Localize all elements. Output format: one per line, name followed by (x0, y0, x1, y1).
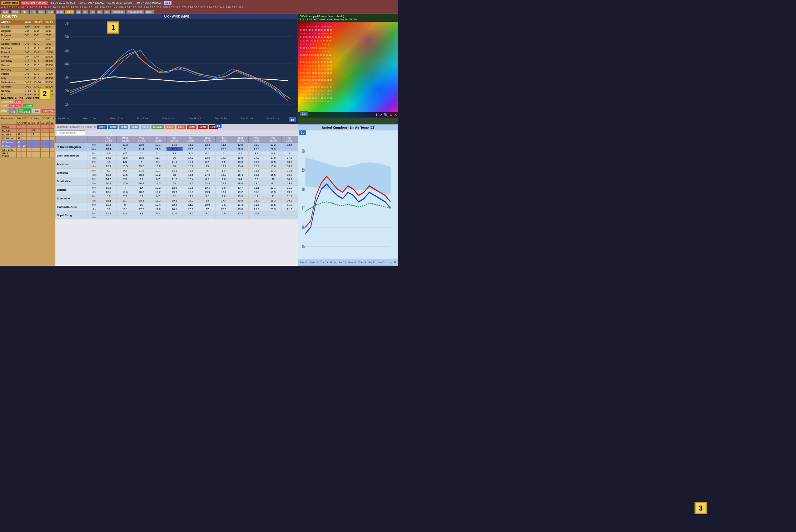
model-row-gfsplume[interactable]: GF S Plume (1, 152, 54, 158)
svg-text:18: 18 (302, 187, 305, 192)
model-val (16, 148, 21, 152)
date1[interactable]: 11-07-2017 00:00Z (49, 1, 76, 5)
minmax: Max (88, 207, 100, 212)
left-panel: POWER AREAS XMIN XMAX YMAX Austriaautoau… (0, 14, 55, 266)
table-row[interactable]: CroatiaD-1D-13000 (0, 38, 55, 42)
table-row[interactable]: Loch Glasarnoch Min 7.94.76.67.19.98.36.… (56, 151, 298, 156)
table-row[interactable]: FranceD+4D+420000 (0, 55, 55, 59)
model-row-eceps[interactable]: EC EPS ✗ ✗ (1, 133, 54, 136)
table-row[interactable]: Max 19.518.518.519.21816.517.516.915.415… (56, 173, 298, 177)
badge-le5c[interactable]: <=5C (119, 125, 128, 129)
data-cell: 22.3 (215, 147, 232, 151)
table-row[interactable]: Carlisle Min 10.678.410.212.512.510.18.8… (56, 186, 298, 190)
table-row[interactable]: Linton-On-Ouse Min 11.591012.412.615.710… (56, 203, 298, 207)
areas-scroll[interactable]: AREAS XMIN XMAX YMAX Austriaautoautoauto… (0, 20, 55, 95)
table-row[interactable]: Max 16.115.916.717.31817.713.817.718.619… (56, 182, 298, 186)
minmax: Max (88, 182, 100, 186)
loc-name: Carlisle (56, 186, 88, 194)
svg-text:22 21 19 18 19 20 21 22 23 24 : 22 21 19 18 19 20 21 22 23 24 25 (300, 86, 333, 88)
table-row[interactable]: IrelandD+8D+840000 (0, 72, 55, 76)
svg-text:13 12 10 9 10 11 12 13 14 15 1: 13 12 10 9 10 11 12 13 14 15 16 (300, 54, 331, 56)
map-close-icon[interactable]: ✕ (394, 113, 397, 117)
table-row[interactable]: NetherlandsD+10D+1050000 (0, 80, 55, 85)
badge-highred: High Red (9, 104, 21, 107)
date-fri21: Fri21/Jul (265, 136, 281, 143)
model-val (40, 148, 45, 152)
table-row[interactable]: Czech RepublicD+0D+04000 (0, 42, 55, 46)
table-row[interactable]: Max 1818.117.517.620.120.81720.619.821.3… (56, 207, 298, 212)
model-row-ecplume[interactable]: EC Plume ✗ (1, 136, 54, 140)
temp-chart-settings-icon[interactable]: ⚙ (394, 261, 396, 264)
badge-le9c[interactable]: <=9C (97, 125, 106, 129)
model-name: EURoX (1, 144, 17, 148)
table-row[interactable]: ItalyD+9D+945000 (0, 76, 55, 80)
annotation-2: 2 (39, 88, 51, 100)
model-row-gfsens[interactable]: GFS ENS (1, 148, 54, 152)
model-row-eurox[interactable]: EURoX ☑ ☑ (1, 144, 54, 148)
badge-le3c[interactable]: <=3C (130, 125, 139, 129)
element-solar[interactable]: Solar High Red Climate (1, 104, 54, 107)
badge-le7c[interactable]: <=7C (108, 125, 118, 129)
table-row[interactable]: Glasgow Min 8.19.211.610.113.112.999.510… (56, 169, 298, 173)
date-mon17: Mon17/Jul (199, 136, 215, 143)
col-la: LA (16, 121, 21, 125)
map-zoom-icon[interactable]: 🔍 (384, 113, 388, 117)
model-val (27, 129, 31, 133)
charts-row: UK - WIND (MW) 7k 6k 5k (55, 14, 398, 124)
element-wind[interactable]: Wind Off Peak Max Recorded Peak Observat… (1, 108, 54, 114)
table-row[interactable]: Capel Curig Min 11.88.38.99.311.613.19.5… (56, 212, 298, 216)
table-row[interactable]: Max (56, 216, 298, 219)
temp-chart-zoom-icon[interactable]: 🔍 (389, 261, 392, 264)
badge-le1c[interactable]: <=1C (141, 125, 150, 129)
date-red[interactable]: 01-07-2017 00:00Z (21, 1, 48, 5)
table-row[interactable]: DenmarkD+1D+16000 (0, 46, 55, 50)
model-val: ☑ (16, 144, 21, 148)
badge-ge5c[interactable]: >=5C (187, 125, 196, 129)
data-table: Tue11/Jul Wed12/Jul Thu13/Jul Fri14/Jul … (55, 136, 298, 219)
highlighted-num[interactable]: 152 (164, 1, 171, 5)
model-val (21, 136, 27, 140)
table-row[interactable]: FinlandD+2D+210000 (0, 50, 55, 55)
table-row[interactable]: GreeceD+5D+530000 (0, 63, 55, 68)
table-row[interactable]: HungaryD+7D+735000 (0, 68, 55, 72)
areas-col-header: AREAS (0, 20, 23, 25)
model-row-ecop[interactable]: EC Op ☑ ☑ (1, 129, 54, 133)
filter-input[interactable] (57, 130, 85, 135)
element-combined[interactable]: Combined Base (1, 100, 54, 103)
date2[interactable]: 10-07-2017 12:00Z (78, 1, 105, 5)
table-row[interactable]: Max 15.415.515.516.81816.81312.815.415.8… (56, 164, 298, 169)
badge-ge1c[interactable]: >=1C (165, 125, 175, 129)
model-row-ecmean[interactable]: EC Mean ☑ (1, 140, 54, 144)
svg-text:2k: 2k (65, 89, 69, 93)
table-row[interactable]: Aberdeen Min 8.66.959.111.110.68.56.510.… (56, 160, 298, 164)
table-row[interactable]: Max 15.1 21 21.4 22.9 22.1 22.5 21.2 22.… (56, 147, 298, 151)
table-row[interactable]: BelgiumD-2D-21000 (0, 29, 55, 33)
badge-ge3c[interactable]: >=3C (176, 125, 186, 129)
table-row[interactable]: GermanyD+4D+425000 (0, 59, 55, 63)
table-row[interactable]: Max 15.316.719.316.219.219.21517.416.819… (56, 199, 298, 203)
table-row[interactable]: Albemarle Min 6.97.76.89.71212.69.68.810… (56, 194, 298, 199)
map-share-icon[interactable]: ↗ (379, 113, 382, 117)
map-settings-icon[interactable]: ⚙ (389, 113, 393, 117)
date3[interactable]: 10-07-2017 12:00Z (106, 1, 134, 5)
data-cell: 21.2 (199, 147, 215, 151)
params-header: Parameters Tue 10/07/17 Mon 10/07/17 S (1, 117, 54, 120)
table-row[interactable]: Austriaautoautoauto (0, 25, 55, 29)
footer-date-4: Fri 14 (330, 261, 337, 264)
model-row-hres[interactable]: HRES ☑ (1, 125, 54, 129)
table-row[interactable]: Max 14.516.615.515.71614.312.514.715.817… (56, 156, 298, 160)
scrollable-table[interactable]: Tue11/Jul Wed12/Jul Thu13/Jul Fri14/Jul … (55, 136, 298, 266)
svg-text:20: 20 (302, 148, 305, 154)
table-row[interactable]: ▼ United Kingdom Min 12.4 12.3 12.5 13.1… (56, 143, 298, 147)
table-row[interactable]: BulgariaD-2D-22000 (0, 33, 55, 38)
badge-ge7c[interactable]: >=7C (198, 125, 207, 129)
table-row[interactable]: Max 18.210.618.619.219.719.919.517.419.2… (56, 190, 298, 194)
badge-climate-s: Climate (23, 104, 34, 107)
model-val (50, 148, 54, 152)
date4[interactable]: 10-07-2017 06:00Z (135, 1, 162, 5)
model-name: EC Plume (1, 136, 17, 140)
model-val (50, 133, 54, 136)
badge-climate[interactable]: Climate (151, 125, 164, 129)
map-download-icon[interactable]: ⬇ (375, 113, 378, 117)
table-row[interactable]: Strathallen Min 10.57.99.78.711.210.48.2… (56, 177, 298, 182)
